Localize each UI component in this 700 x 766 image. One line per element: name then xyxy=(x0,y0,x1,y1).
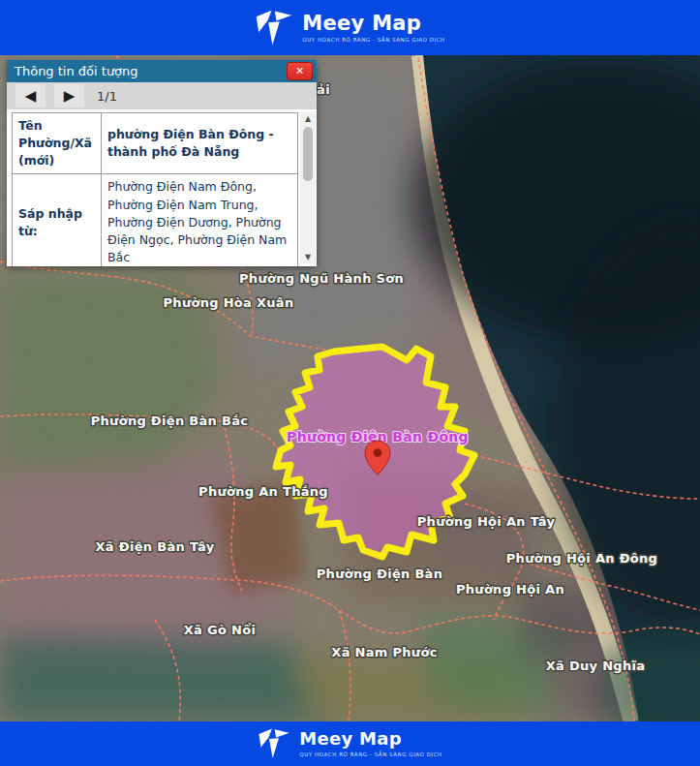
info-row-value: Phường Điện Nam Đông, Phường Điện Nam Tr… xyxy=(102,174,298,266)
scrollbar[interactable]: ▲ ▼ xyxy=(300,112,316,263)
info-row-label: Sáp nhập từ: xyxy=(13,174,102,266)
next-page-button[interactable]: ▶ xyxy=(54,84,84,107)
map-region-label: Phường Hội An xyxy=(456,582,564,597)
brand-name: Meey Map xyxy=(302,13,445,34)
info-table-row: Sáp nhập từ:Phường Điện Nam Đông, Phường… xyxy=(13,174,298,266)
scroll-up-icon[interactable]: ▲ xyxy=(305,112,311,125)
scroll-down-icon[interactable]: ▼ xyxy=(305,251,311,263)
meeymap-logo-footer[interactable]: Meey Map QUY HOẠCH RÕ RÀNG - SẴN SÀNG GI… xyxy=(258,728,442,759)
map-region-label: Phường Hội An Tây xyxy=(417,514,556,529)
map-region-label: Xã Duy Nghĩa xyxy=(546,659,646,673)
info-table-row: Tên Phường/Xã (mới)phường Điện Bàn Đông … xyxy=(13,113,298,174)
info-popup-pager: ◀ ▶ 1/1 xyxy=(7,82,317,109)
info-popup-title: Thông tin đối tượng xyxy=(15,64,138,78)
footer-brand-bar: Meey Map QUY HOẠCH RÕ RÀNG - SẴN SÀNG GI… xyxy=(0,721,700,766)
map-region-label: Phường Điện Bàn xyxy=(317,567,442,581)
meeymap-butterfly-icon xyxy=(258,728,290,759)
map-region-label: Xã Điện Bàn Tây xyxy=(96,539,215,554)
close-icon[interactable]: ✕ xyxy=(287,62,313,80)
info-popup-body: Tên Phường/Xã (mới)phường Điện Bàn Đông … xyxy=(7,109,317,266)
scrollbar-thumb[interactable] xyxy=(303,127,313,181)
brand-tagline: QUY HOẠCH RÕ RÀNG - SẴN SÀNG GIAO DỊCH xyxy=(302,37,445,43)
map-region-label: Phường An Thắng xyxy=(198,484,328,499)
meeymap-logo[interactable]: Meey Map QUY HOẠCH RÕ RÀNG - SẴN SÀNG GI… xyxy=(255,10,445,46)
map-region-label: Phường Điện Bàn Bắc xyxy=(91,414,249,428)
prev-page-button[interactable]: ◀ xyxy=(15,84,46,107)
map-region-label: Xã Gò Nổi xyxy=(184,623,256,637)
meeymap-butterfly-icon xyxy=(255,10,293,46)
map-region-label: ải xyxy=(317,82,330,97)
info-table: Tên Phường/Xã (mới)phường Điện Bàn Đông … xyxy=(12,112,298,266)
info-row-label: Tên Phường/Xã (mới) xyxy=(13,113,102,174)
map-canvas[interactable]: ảiPhường Ngũ Hành SơnPhường Hòa XuânPhườ… xyxy=(0,55,700,721)
info-popup-titlebar[interactable]: Thông tin đối tượng ✕ xyxy=(7,60,317,82)
info-popup: Thông tin đối tượng ✕ ◀ ▶ 1/1 Tên Phường… xyxy=(7,60,317,266)
page-indicator: 1/1 xyxy=(97,89,117,104)
map-region-label: Phường Hòa Xuân xyxy=(164,295,294,310)
brand-name: Meey Map xyxy=(299,730,442,749)
info-row-value: phường Điện Bàn Đông - thành phố Đà Nẵng xyxy=(102,113,298,174)
brand-tagline: QUY HOẠCH RÕ RÀNG - SẴN SÀNG GIAO DỊCH xyxy=(299,751,442,757)
map-region-label: Phường Ngũ Hành Sơn xyxy=(239,271,404,286)
map-region-label: Xã Nam Phước xyxy=(331,645,437,659)
header-brand-bar: Meey Map QUY HOẠCH RÕ RÀNG - SẴN SÀNG GI… xyxy=(0,0,700,55)
map-region-label: Phường Hội An Đông xyxy=(506,551,657,566)
